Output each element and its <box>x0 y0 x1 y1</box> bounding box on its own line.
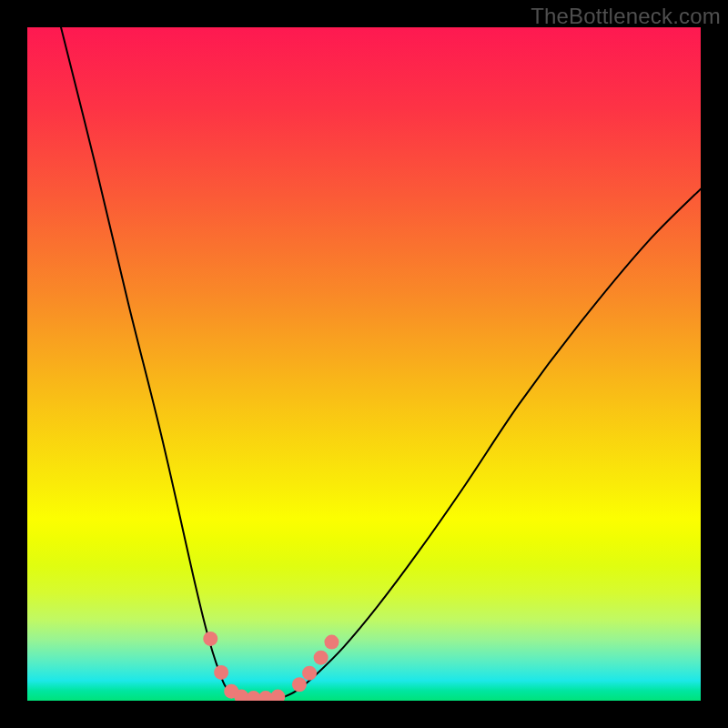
data-point <box>270 690 285 701</box>
curve-left-branch <box>61 27 239 697</box>
chart-svg <box>27 27 701 701</box>
data-point <box>324 635 339 650</box>
curve-right-branch <box>283 189 701 698</box>
data-point <box>203 632 217 646</box>
watermark-text: TheBottleneck.com <box>531 4 721 29</box>
data-point <box>302 666 317 681</box>
data-point <box>292 677 307 692</box>
data-point <box>314 651 329 665</box>
data-point <box>214 665 228 680</box>
plot-area <box>27 27 701 701</box>
chart-frame: TheBottleneck.com <box>0 0 728 728</box>
